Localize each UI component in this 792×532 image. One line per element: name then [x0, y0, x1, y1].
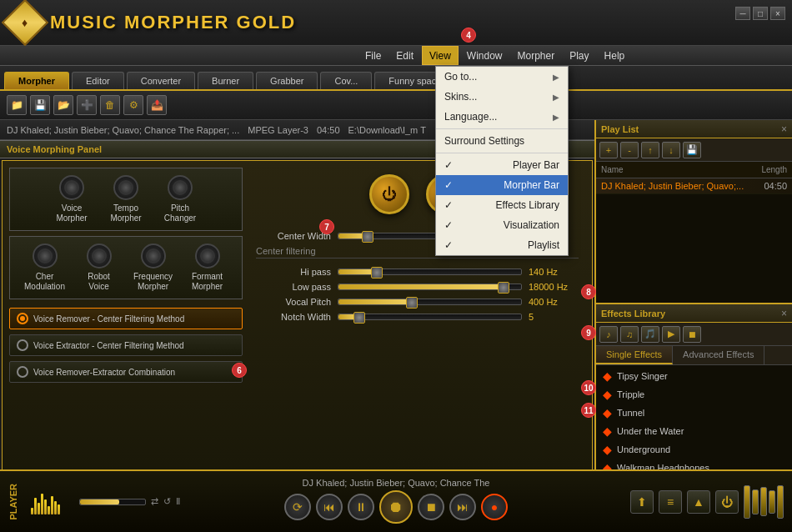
effect-formant-morpher[interactable]: FormantMorpher: [184, 243, 230, 292]
radio-voice-remover[interactable]: Voice Remover - Center Filtering Method: [9, 308, 243, 329]
next-button[interactable]: ⏭: [449, 494, 476, 520]
vocal-pitch-thumb[interactable]: [406, 297, 418, 309]
cher-modulation-knob[interactable]: [33, 243, 58, 269]
frequency-morpher-knob[interactable]: [141, 243, 166, 269]
hi-pass-thumb[interactable]: [371, 267, 383, 279]
dropdown-language[interactable]: Language... ▶: [436, 107, 568, 127]
menu-edit[interactable]: Edit: [389, 46, 420, 65]
shuffle-icon[interactable]: ⇄: [151, 496, 158, 507]
effects-library-close-btn[interactable]: ×: [781, 308, 787, 319]
dropdown-skins[interactable]: Skins... ▶: [436, 87, 568, 107]
dropdown-player-bar[interactable]: Player Bar: [436, 155, 568, 175]
pause-button[interactable]: ⏸: [348, 494, 374, 520]
eq-slider-1[interactable]: [744, 485, 750, 519]
radio-voice-combination[interactable]: Voice Remover-Extractor Combination: [9, 361, 243, 383]
notch-width-slider[interactable]: [338, 314, 522, 320]
tab-burner[interactable]: Burner: [198, 72, 253, 89]
hi-pass-slider[interactable]: [338, 269, 522, 275]
effects-tb-btn-1[interactable]: ♪: [599, 326, 618, 343]
effect-tripple[interactable]: ◆ Tripple: [596, 385, 792, 404]
playlist-remove-btn[interactable]: -: [620, 142, 639, 158]
playlist-add-btn[interactable]: +: [599, 142, 618, 158]
playlist-save-btn[interactable]: 💾: [683, 142, 701, 158]
effect-frequency-morpher[interactable]: FrequencyMorpher: [130, 243, 176, 292]
window-controls[interactable]: ─ □ ×: [735, 7, 785, 20]
playlist-close-btn[interactable]: ×: [781, 123, 787, 135]
menu-file[interactable]: File: [358, 46, 388, 65]
menu-window[interactable]: Window: [460, 46, 509, 65]
power-button[interactable]: ⏻: [369, 174, 409, 214]
stop-button[interactable]: ⏹: [418, 494, 444, 520]
effect-underground[interactable]: ◆ Underground: [596, 440, 792, 459]
toolbar-settings-btn[interactable]: ⚙: [123, 95, 143, 115]
eq-slider-2[interactable]: [752, 489, 759, 514]
radio-voice-extractor[interactable]: Voice Extractor - Center Filtering Metho…: [9, 334, 243, 356]
effect-walkman-headphones[interactable]: ◆ Walkman Headphones: [596, 459, 792, 469]
effect-robot-voice[interactable]: RobotVoice: [76, 243, 122, 292]
eq-slider-4[interactable]: [769, 490, 775, 514]
toolbar-export-btn[interactable]: 📤: [147, 95, 167, 115]
effect-tipsy-singer[interactable]: ◆ Tipsy Singer: [596, 367, 792, 385]
effects-tb-btn-3[interactable]: 🎵: [641, 326, 659, 343]
menu-help[interactable]: Help: [598, 46, 632, 65]
player-audio-btn[interactable]: ≡: [659, 490, 682, 514]
low-pass-thumb[interactable]: [498, 282, 509, 294]
robot-voice-knob[interactable]: [87, 243, 112, 269]
menu-morpher[interactable]: Morpher: [511, 46, 562, 65]
dropdown-goto[interactable]: Go to... ▶: [436, 67, 568, 87]
dropdown-visualization[interactable]: Visualization: [436, 215, 568, 235]
tab-editor[interactable]: Editor: [72, 72, 124, 89]
toolbar-folder-btn[interactable]: 📂: [53, 95, 73, 115]
player-eq-btn[interactable]: ⬆: [630, 490, 654, 514]
prev-button[interactable]: ⏮: [316, 494, 343, 520]
play-button[interactable]: ⏺: [379, 490, 413, 524]
effects-tb-btn-2[interactable]: ♫: [620, 326, 639, 343]
effect-tunnel[interactable]: ◆ Tunnel: [596, 404, 792, 422]
effects-tb-btn-4[interactable]: ▶: [662, 326, 680, 343]
notch-width-thumb[interactable]: [353, 312, 365, 324]
effect-tempo-morpher[interactable]: TempoMorpher: [103, 175, 149, 223]
menu-view[interactable]: View: [422, 46, 459, 65]
voice-morpher-knob[interactable]: [59, 175, 84, 200]
effects-tab-single[interactable]: Single Effects: [596, 346, 673, 364]
toolbar-open-btn[interactable]: 📁: [7, 95, 27, 115]
minimize-button[interactable]: ─: [735, 7, 750, 20]
repeat-icon[interactable]: ↺: [163, 496, 171, 507]
low-pass-slider[interactable]: [338, 284, 522, 290]
effects-tab-advanced[interactable]: Advanced Effects: [673, 346, 764, 364]
menu-play[interactable]: Play: [563, 46, 595, 65]
dropdown-surround-settings[interactable]: Surround Settings: [436, 131, 568, 151]
vocal-pitch-slider[interactable]: [338, 299, 522, 305]
mono-icon[interactable]: Ⅱ: [176, 496, 180, 507]
eq-slider-3[interactable]: [760, 487, 767, 516]
toolbar-save-btn[interactable]: 💾: [30, 95, 50, 115]
effect-pitch-changer[interactable]: PitchChanger: [158, 175, 203, 223]
player-up-btn[interactable]: ▲: [687, 490, 710, 514]
tab-converter[interactable]: Converter: [127, 72, 195, 89]
eq-slider-5[interactable]: [777, 485, 784, 519]
playlist-down-btn[interactable]: ↓: [662, 142, 680, 158]
formant-morpher-knob[interactable]: [195, 243, 220, 269]
maximize-button[interactable]: □: [753, 7, 768, 20]
playlist-item-1[interactable]: DJ Khaled; Justin Bieber; Quavo;... 04:5…: [596, 178, 792, 194]
toolbar-add-btn[interactable]: ➕: [77, 95, 97, 115]
dropdown-effects-library[interactable]: Effects Library: [436, 195, 568, 215]
playlist-up-btn[interactable]: ↑: [641, 142, 659, 158]
volume-slider[interactable]: [79, 499, 146, 505]
effect-voice-morpher[interactable]: VoiceMorpher: [49, 175, 95, 223]
pitch-changer-knob[interactable]: [168, 175, 193, 200]
tempo-morpher-knob[interactable]: [113, 175, 138, 200]
center-width-thumb[interactable]: [362, 231, 373, 243]
effects-tb-btn-5[interactable]: ⏹: [683, 326, 701, 343]
effect-cher-modulation[interactable]: CherModulation: [22, 243, 68, 292]
shuffle-button[interactable]: ⟳: [284, 494, 311, 520]
record-button[interactable]: ●: [481, 494, 508, 520]
close-button[interactable]: ×: [770, 7, 785, 20]
toolbar-remove-btn[interactable]: 🗑: [100, 95, 120, 115]
tab-morpher[interactable]: Morpher: [4, 72, 69, 89]
dropdown-morpher-bar[interactable]: Morpher Bar: [436, 175, 568, 195]
tab-cov[interactable]: Cov...: [320, 72, 372, 89]
effect-under-the-water[interactable]: ◆ Under the Water: [596, 422, 792, 440]
tab-grabber[interactable]: Grabber: [256, 72, 318, 89]
player-power-btn[interactable]: ⏻: [715, 490, 739, 514]
